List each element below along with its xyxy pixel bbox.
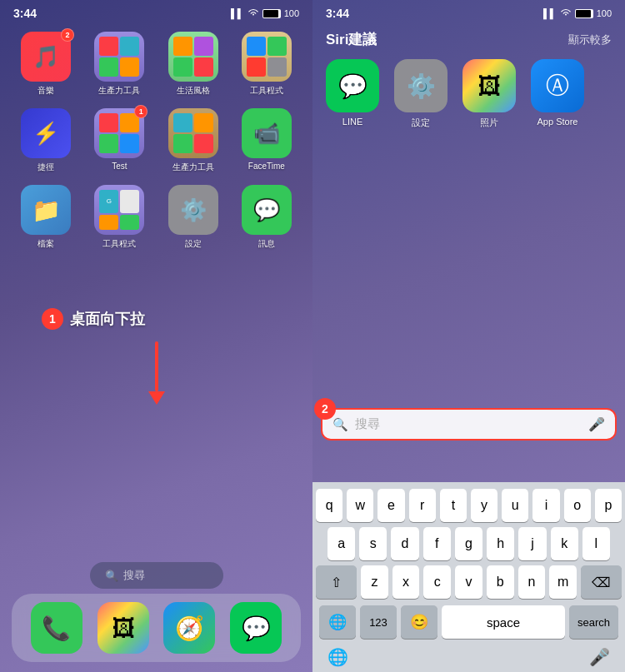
siri-settings-icon: ⚙️ [394, 59, 448, 112]
key-g[interactable]: g [455, 527, 482, 560]
siri-appstore-label: App Store [538, 117, 578, 127]
key-t[interactable]: t [440, 489, 467, 522]
arrow-head [148, 391, 165, 405]
left-status-bar: 3:44 ▌▌ 100 [0, 0, 312, 23]
app-tools[interactable]: 工具程式 [236, 32, 298, 97]
left-search-bar[interactable]: 🔍 搜尋 [90, 562, 223, 589]
arrow-shaft [155, 341, 158, 391]
shift-key[interactable]: ⇧ [316, 565, 357, 599]
keyboard-bottom-row: 🌐 123 😊 space search [316, 604, 622, 644]
key-w[interactable]: w [347, 489, 373, 522]
key-o[interactable]: o [564, 489, 591, 522]
left-status-icons: ▌▌ 100 [231, 8, 299, 18]
app-facetime[interactable]: 📹 FaceTime [236, 108, 298, 173]
search-mic-icon[interactable]: 🎤 [588, 416, 605, 432]
right-status-bar: 3:44 ▌▌ 100 [312, 0, 625, 23]
keyboard-row-2: a s d f g h j k l [316, 527, 622, 560]
key-l[interactable]: l [582, 527, 610, 560]
key-s[interactable]: s [359, 527, 387, 560]
search-icon-right: 🔍 [332, 417, 348, 432]
key-d[interactable]: d [391, 527, 418, 560]
dock-photos[interactable]: 🖼 [98, 602, 149, 654]
music-icon: 🎵 2 [21, 32, 71, 82]
key-f[interactable]: f [423, 527, 451, 560]
siri-title: Siri建議 [326, 30, 377, 49]
key-v[interactable]: v [455, 565, 482, 599]
facetime-icon: 📹 [242, 108, 292, 158]
app-messages[interactable]: 💬 訊息 [236, 185, 298, 250]
siri-app-appstore[interactable]: Ⓐ App Store [531, 59, 584, 129]
globe-bottom-icon[interactable]: 🌐 [328, 647, 348, 667]
keyboard-mic-row: 🌐 🎤 [316, 644, 622, 669]
dock-safari[interactable]: 🧭 [163, 602, 215, 654]
siri-photos-icon: 🖼 [462, 59, 516, 112]
app-prod2[interactable]: 生產力工具 [162, 108, 224, 173]
music-label: 音樂 [38, 85, 54, 97]
messages-label: 訊息 [258, 238, 275, 250]
keyboard-row-3: ⇧ z x c v b n m ⌫ [316, 565, 622, 599]
right-time: 3:44 [326, 7, 349, 20]
test-label: Test [112, 162, 127, 171]
app-shortcuts[interactable]: ⚡ 捷徑 [15, 108, 77, 173]
right-status-icons: ▌▌ 100 [543, 8, 612, 18]
key-h[interactable]: h [487, 527, 514, 560]
keyboard: q w e r t y u i o p a s d f g h j k l ⇧ … [312, 482, 625, 672]
left-dock: 📞 🖼 🧭 💬 [12, 594, 301, 662]
key-a[interactable]: a [328, 527, 355, 560]
messages-icon: 💬 [242, 185, 292, 235]
app-tools2[interactable]: G 工具程式 [88, 185, 150, 250]
siri-settings-label: 設定 [412, 117, 430, 129]
siri-line-label: LINE [342, 117, 362, 127]
globe-key[interactable]: 🌐 [319, 605, 356, 639]
num-key[interactable]: 123 [360, 605, 397, 639]
step-number: 1 [42, 308, 63, 330]
right-screen: 3:44 ▌▌ 100 Siri建議 顯示較多 💬 LI [312, 0, 625, 672]
left-screen: 3:44 ▌▌ 100 🎵 2 音樂 [0, 0, 312, 672]
app-lifestyle[interactable]: 生活風格 [162, 32, 224, 97]
right-wifi-icon [560, 8, 572, 18]
app-test[interactable]: 1 Test [88, 108, 150, 173]
key-y[interactable]: y [471, 489, 498, 522]
left-time: 3:44 [13, 7, 37, 20]
key-q[interactable]: q [316, 489, 342, 522]
app-productivity[interactable]: 生產力工具 [88, 32, 150, 97]
key-k[interactable]: k [551, 527, 578, 560]
mic-bottom-icon[interactable]: 🎤 [589, 647, 610, 667]
app-files[interactable]: 📁 檔案 [15, 185, 77, 250]
key-e[interactable]: e [378, 489, 404, 522]
battery-icon [262, 9, 281, 18]
key-j[interactable]: j [518, 527, 546, 560]
siri-more[interactable]: 顯示較多 [568, 32, 612, 47]
dock-phone[interactable]: 📞 [31, 602, 82, 654]
key-m[interactable]: m [549, 565, 577, 599]
right-step-number: 2 [314, 398, 336, 420]
app-music[interactable]: 🎵 2 音樂 [15, 32, 77, 97]
dock-line[interactable]: 💬 [230, 602, 282, 654]
key-z[interactable]: z [361, 565, 388, 599]
right-search-bar[interactable]: 🔍 搜尋 🎤 [321, 408, 617, 441]
settings-left-label: 設定 [185, 238, 202, 250]
emoji-key[interactable]: 😊 [401, 605, 438, 639]
facetime-label: FaceTime [248, 162, 285, 171]
key-x[interactable]: x [392, 565, 420, 599]
siri-appstore-icon: Ⓐ [531, 59, 584, 112]
siri-app-line[interactable]: 💬 LINE [326, 59, 379, 129]
tools2-label: 工具程式 [102, 238, 136, 250]
key-p[interactable]: p [595, 489, 622, 522]
search-key[interactable]: search [569, 605, 618, 639]
app-settings-left[interactable]: ⚙️ 設定 [162, 185, 224, 250]
key-i[interactable]: i [532, 489, 559, 522]
siri-apps-row: 💬 LINE ⚙️ 設定 🖼 照片 Ⓐ App Store [312, 56, 625, 139]
space-key[interactable]: space [442, 605, 565, 639]
key-n[interactable]: n [518, 565, 546, 599]
key-b[interactable]: b [487, 565, 514, 599]
tools-label: 工具程式 [250, 85, 283, 97]
files-icon: 📁 [21, 185, 71, 235]
key-r[interactable]: r [409, 489, 436, 522]
lifestyle-label: 生活風格 [177, 85, 210, 97]
delete-key[interactable]: ⌫ [581, 565, 622, 599]
key-u[interactable]: u [502, 489, 528, 522]
key-c[interactable]: c [423, 565, 451, 599]
siri-app-settings[interactable]: ⚙️ 設定 [394, 59, 448, 129]
siri-app-photos[interactable]: 🖼 照片 [462, 59, 516, 129]
